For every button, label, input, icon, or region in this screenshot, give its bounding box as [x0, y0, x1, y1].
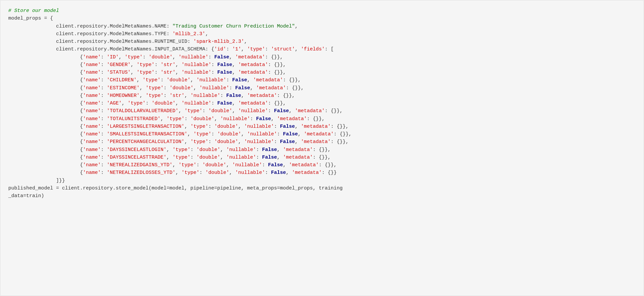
code-content: # Store our model model_props = { client… [8, 7, 636, 200]
code-block: # Store our model model_props = { client… [0, 0, 644, 296]
comment-line: # Store our model [8, 8, 59, 14]
